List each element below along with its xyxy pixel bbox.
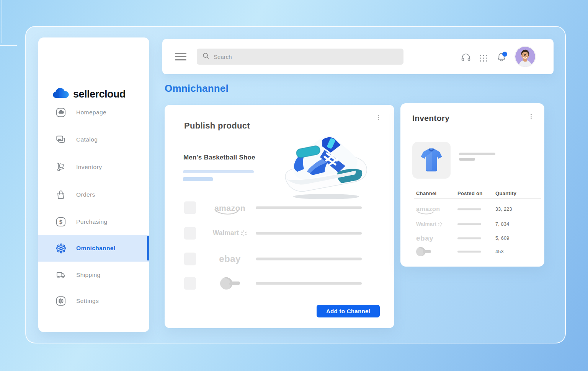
product-image-basketball-shoe: [279, 133, 371, 201]
page-title: Omnichannel: [165, 83, 229, 94]
skeleton-bar: [457, 238, 481, 239]
sidebar-item-label: Homepage: [76, 109, 106, 116]
table-row-other: 453: [400, 247, 544, 257]
hub-network-icon: [54, 243, 67, 254]
search-input[interactable]: [214, 54, 382, 60]
sidebar-item-label: Orders: [76, 191, 95, 198]
walmart-logo: Walmart: [416, 221, 443, 227]
sidebar-item-label: Shipping: [76, 272, 101, 278]
table-row-ebay: ebay 5, 609: [400, 233, 544, 243]
column-header-posted-on: Posted on: [457, 190, 483, 196]
apps-grid-icon[interactable]: [479, 54, 488, 64]
channel-row-other: [183, 271, 371, 296]
channel-checkbox[interactable]: [184, 227, 196, 240]
sidebar: sellercloud Homepage Catalog: [38, 37, 149, 332]
channel-row-ebay: ebay: [183, 246, 371, 271]
search-box[interactable]: [197, 49, 403, 65]
skeleton-bar: [457, 223, 481, 225]
active-item-indicator: [147, 236, 149, 260]
skeleton-bar: [457, 208, 481, 210]
product-image-tshirt: [412, 142, 451, 179]
hamburger-menu-icon[interactable]: [175, 53, 186, 60]
walmart-logo: Walmart: [204, 220, 256, 246]
sidebar-item-label: Inventory: [76, 164, 102, 171]
quantity-value: 5, 609: [495, 236, 510, 241]
sidebar-item-catalog[interactable]: Catalog: [38, 126, 149, 153]
card-title: Publish product: [184, 121, 250, 131]
avatar[interactable]: [515, 47, 535, 67]
quantity-value: 7, 834: [495, 221, 510, 227]
background-accent-line-horizontal: [0, 45, 17, 46]
kebab-menu-icon[interactable]: [376, 113, 381, 122]
sidebar-item-omnichannel[interactable]: Omnichannel: [38, 235, 149, 262]
skeleton-bar: [183, 177, 213, 181]
sidebar-item-label: Purchasing: [76, 218, 108, 225]
channel-row-walmart: Walmart: [183, 220, 371, 246]
headphones-icon[interactable]: [461, 53, 471, 63]
shopping-bag-icon: [54, 190, 67, 200]
amazon-logo: amazon: [416, 206, 440, 213]
brand-name: sellercloud: [73, 88, 126, 100]
amazon-logo: amazon: [204, 195, 256, 220]
channel-checkbox[interactable]: [184, 202, 196, 214]
quantity-value: 453: [495, 249, 504, 254]
truck-icon: [54, 270, 67, 280]
ebay-logo: ebay: [204, 246, 256, 271]
channel-row-amazon: amazon: [183, 195, 371, 220]
skeleton-bar: [256, 257, 362, 260]
cloud-home-icon: [54, 107, 67, 117]
ebay-logo: ebay: [416, 234, 433, 242]
svg-text:$: $: [59, 219, 62, 225]
catalog-icon: [54, 135, 67, 145]
sidebar-item-shipping[interactable]: Shipping: [38, 262, 149, 288]
skeleton-bar: [459, 153, 495, 155]
unknown-marketplace-logo-icon: [416, 247, 431, 256]
card-title: Inventory: [412, 114, 449, 123]
search-icon: [202, 52, 210, 61]
topbar: [162, 39, 554, 74]
sidebar-item-label: Catalog: [76, 136, 98, 143]
inventory-card: Inventory Channel Posted on Quantity ama…: [400, 103, 544, 267]
kebab-menu-icon[interactable]: [529, 112, 533, 121]
sidebar-item-label: Omnichannel: [76, 245, 116, 252]
product-name: Men's Basketball Shoe: [183, 154, 255, 161]
quantity-value: 33, 223: [495, 207, 512, 212]
sidebar-item-settings[interactable]: Settings: [38, 288, 149, 314]
skeleton-bar: [256, 232, 362, 235]
sidebar-item-inventory[interactable]: Inventory: [38, 154, 149, 181]
skeleton-bar: [256, 207, 362, 209]
unknown-marketplace-logo-icon: [204, 271, 256, 296]
sidebar-item-orders[interactable]: Orders: [38, 181, 149, 208]
publish-product-card: Publish product Men's Basketball Shoe: [165, 105, 394, 328]
add-to-channel-button[interactable]: Add to Channel: [317, 305, 380, 317]
notification-badge: [502, 52, 507, 57]
channel-checkbox[interactable]: [184, 252, 196, 265]
table-row-amazon: amazon 33, 223: [400, 204, 544, 214]
dollar-icon: $: [54, 217, 67, 227]
sidebar-item-homepage[interactable]: Homepage: [38, 99, 149, 126]
gear-icon: [54, 296, 67, 306]
column-header-quantity: Quantity: [495, 190, 516, 196]
background-accent-line-vertical: [2, 0, 2, 43]
skeleton-bar: [457, 251, 481, 253]
column-header-channel: Channel: [416, 190, 436, 196]
table-header-divider: [414, 198, 541, 199]
sidebar-item-label: Settings: [76, 298, 99, 304]
table-row-walmart: Walmart 7, 834: [400, 219, 544, 229]
handtruck-icon: [54, 162, 67, 172]
skeleton-bar: [183, 170, 254, 173]
skeleton-bar: [459, 158, 475, 161]
skeleton-bar: [256, 282, 362, 285]
channel-checkbox[interactable]: [184, 277, 196, 290]
sidebar-item-purchasing[interactable]: $ Purchasing: [38, 208, 149, 235]
